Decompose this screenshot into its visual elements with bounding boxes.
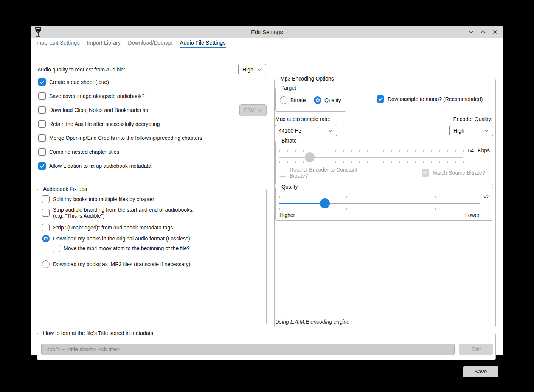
quality-slider-active-track: [279, 203, 325, 204]
audiobook-fixups-legend: Audiobook Fix-ups: [41, 186, 89, 192]
quality-ticks-top: [279, 196, 481, 198]
chevron-down-icon: [328, 129, 333, 132]
downsample-label: Downsample to mono? (Recommended): [388, 96, 483, 102]
mp3-files-label: Download my books as .MP3 files (transco…: [53, 261, 190, 267]
retain-aax-checkbox[interactable]: [38, 120, 46, 128]
quality-legend: Quality: [279, 184, 300, 190]
restrict-cbr-row: Restrict Encoder to Constant Bitrate?: [279, 167, 370, 179]
tab-download-decrypt[interactable]: Download/Decrypt: [127, 38, 173, 48]
moov-atom-label: Move the mp4 moov atom to the beginning …: [64, 245, 190, 251]
target-quality-label: Quality: [324, 97, 341, 103]
mp3-files-radio[interactable]: [42, 260, 50, 268]
chevron-down-icon: [257, 68, 262, 71]
strip-branding-checkbox[interactable]: [42, 209, 50, 217]
tab-audio-file-settings[interactable]: Audio File Settings: [180, 38, 226, 48]
encoder-quality-label-row: Encoder Quality:: [453, 116, 493, 122]
allow-fixup-checkbox[interactable]: [38, 162, 46, 170]
window-title: Edit Settings: [31, 29, 503, 35]
download-clips-label: Download Clips, Notes and Bookmarks as: [49, 107, 148, 113]
bitrate-ticks-bottom: [279, 161, 464, 163]
downsample-row: Downsample to mono? (Recommended): [377, 95, 483, 103]
strip-unabridged-checkbox[interactable]: [42, 224, 50, 231]
download-clips-row: Download Clips, Notes and Bookmarks as: [38, 106, 148, 114]
audio-quality-row: Audio quality to request from Audible:: [37, 64, 267, 75]
strip-branding-row: Strip audible branding from the start an…: [42, 207, 194, 219]
retain-aax-label: Retain the Aax file after successfully d…: [49, 121, 160, 127]
target-quality-option: Quality: [314, 96, 341, 104]
bitrate-group: Bitrate 64 Kbps Restrict Encoder to Cons…: [275, 141, 493, 185]
match-source-checkbox: [422, 169, 429, 177]
create-cue-label: Create a cue sheet (.cue): [49, 79, 109, 85]
strip-branding-label: Strip audible branding from the start an…: [53, 207, 194, 219]
edit-settings-dialog: Edit Settings Important Settings Import …: [31, 26, 503, 355]
bitrate-legend: Bitrate: [279, 138, 298, 144]
clips-format-value: CSV: [244, 107, 255, 113]
match-source-label: Match Source Bitrate?: [433, 170, 485, 176]
tab-important-settings[interactable]: Important Settings: [35, 38, 80, 48]
save-cover-row: Save cover image alongside audiobook?: [38, 92, 144, 100]
tab-bar: Important Settings Import Library Downlo…: [31, 38, 503, 48]
mp3-files-row: Download my books as .MP3 files (transco…: [42, 260, 190, 268]
audio-quality-dropdown[interactable]: High: [238, 64, 266, 75]
target-bitrate-radio[interactable]: [280, 96, 287, 104]
sample-rate-label-row: Max audio sample rate:: [275, 116, 331, 122]
restrict-cbr-checkbox: [279, 169, 286, 177]
create-cue-checkbox[interactable]: [38, 78, 46, 86]
merge-credits-row: Merge Opening/End Credits into the follo…: [38, 134, 202, 142]
merge-credits-label: Merge Opening/End Credits into the follo…: [49, 135, 202, 141]
bitrate-value: 64: [468, 147, 474, 153]
strip-unabridged-label: Strip "(Unabridged)" from audiobook meta…: [53, 225, 173, 231]
audio-quality-value: High: [242, 67, 253, 73]
lossless-label: Download my books in the original audio …: [53, 236, 190, 242]
close-button[interactable]: [491, 28, 499, 36]
combine-nested-row: Combine nested chapter titles: [38, 148, 119, 156]
allow-fixup-label: Allow Libation to fix up audiobook metad…: [49, 163, 151, 169]
split-books-checkbox[interactable]: [42, 195, 50, 203]
restrict-cbr-label: Restrict Encoder to Constant Bitrate?: [290, 167, 370, 179]
retain-aax-row: Retain the Aax file after successfully d…: [38, 120, 160, 128]
target-bitrate-label: Bitrate: [290, 97, 306, 103]
chevron-down-icon: [258, 109, 262, 112]
sample-rate-dropdown[interactable]: 44100 Hz: [275, 125, 337, 136]
download-clips-checkbox[interactable]: [38, 106, 46, 114]
combine-nested-label: Combine nested chapter titles: [49, 149, 119, 155]
tab-import-library[interactable]: Import Library: [87, 38, 121, 48]
target-bitrate-option: Bitrate: [280, 96, 306, 104]
encoder-quality-dropdown[interactable]: High: [449, 125, 493, 136]
minimize-button[interactable]: [467, 28, 475, 36]
quality-ticks-bottom: [279, 208, 481, 210]
target-quality-radio[interactable]: [314, 96, 321, 104]
strip-unabridged-row: Strip "(Unabridged)" from audiobook meta…: [42, 224, 173, 231]
moov-atom-checkbox[interactable]: [53, 245, 60, 252]
title-format-value: <ch#> - <title short>: <ch title>: [46, 346, 120, 352]
save-cover-checkbox[interactable]: [38, 92, 46, 100]
bitrate-unit: Kbps: [478, 147, 490, 153]
lossless-row: Download my books in the original audio …: [42, 235, 190, 242]
encoder-quality-label: Encoder Quality:: [453, 116, 493, 122]
sample-rate-label: Max audio sample rate:: [275, 116, 331, 122]
match-source-row: Match Source Bitrate?: [422, 169, 485, 177]
quality-slider-thumb[interactable]: [320, 198, 330, 208]
maximize-button[interactable]: [479, 28, 487, 36]
merge-credits-checkbox[interactable]: [38, 134, 46, 142]
titlebar[interactable]: Edit Settings: [31, 26, 503, 38]
lossless-radio[interactable]: [42, 235, 50, 242]
quality-value: V2: [483, 194, 490, 200]
downsample-checkbox[interactable]: [377, 95, 384, 103]
target-legend: Target: [279, 85, 298, 91]
bitrate-slider-thumb: [305, 152, 315, 162]
audio-quality-label: Audio quality to request from Audible:: [37, 67, 125, 73]
bitrate-value-row: 64 Kbps: [468, 147, 490, 153]
quality-lower-label: Lower: [465, 212, 480, 218]
quality-higher-label: Higher: [279, 212, 295, 218]
combine-nested-checkbox[interactable]: [38, 148, 46, 156]
edit-button: Edit: [459, 344, 493, 355]
create-cue-row: Create a cue sheet (.cue): [38, 78, 109, 86]
title-format-input: <ch#> - <title short>: <ch title>: [41, 344, 455, 355]
title-format-group: How to format the file's Title stored in…: [37, 333, 496, 360]
allow-fixup-row: Allow Libation to fix up audiobook metad…: [38, 162, 151, 170]
save-button[interactable]: Save: [463, 366, 498, 377]
window-controls: [467, 26, 499, 38]
split-books-row: Split my books into multiple files by ch…: [42, 195, 154, 203]
chevron-down-icon: [484, 129, 489, 132]
